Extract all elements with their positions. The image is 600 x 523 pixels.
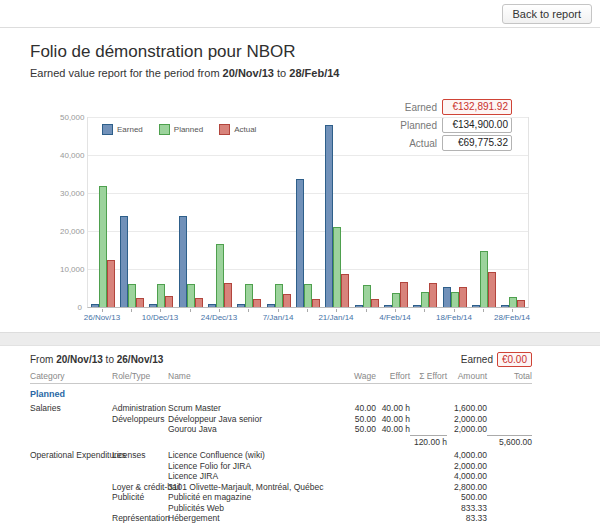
bar-earned [443,287,451,307]
period-detail-table: From 20/Nov/13 to 26/Nov/13 Earned €0.00… [0,352,532,523]
bar-planned [99,186,107,307]
bar-planned [245,284,253,307]
chart-gridline [88,155,528,156]
bar-earned [413,305,421,307]
table-cell [447,435,487,448]
col-total: Total [487,371,532,381]
x-axis-tick [307,309,308,312]
table-cell [344,461,376,472]
table-cell: 4,000.00 [447,450,487,461]
chart-gridline [88,117,528,118]
table-cell: 2,000.00 [447,424,487,435]
table-cell: Scrum Master [168,403,344,414]
bar-actual [165,296,173,307]
table-cell [112,424,168,435]
table-cell: 40.00 h [376,424,410,435]
table-cell: 5,600.00 [487,435,532,448]
table-cell [168,435,344,448]
bar-earned [208,304,216,307]
table-cell [30,471,112,482]
x-axis-tick [278,309,279,312]
legend-item-actual[interactable]: Actual [219,124,256,135]
table-cell: Licence JIRA [168,471,344,482]
table-cell: Operational Expenditures [30,450,112,461]
table-cell [410,450,447,461]
bar-actual [253,299,261,307]
table-cell [30,414,112,425]
table-cell: 40.00 [344,403,376,414]
period-to-date: 26/Nov/13 [117,354,164,365]
table-cell [487,424,532,435]
bar-actual [400,282,408,307]
section-title-planned: Planned [30,388,532,400]
period-start-date: 20/Nov/13 [223,67,274,79]
table-cell [344,471,376,482]
table-cell [410,503,447,514]
x-axis-tick-label: 21/Jan/14 [308,313,364,323]
col-sigma-effort: Σ Effort [410,371,447,381]
x-axis-tick [483,309,484,312]
table-cell: Hébergement [168,513,344,523]
subtitle-text: Earned value report for the period from [30,67,220,79]
y-axis-tick-label: 30,000 [60,189,82,198]
y-axis-tick-label: 40,000 [60,151,82,160]
table-cell [112,435,168,448]
table-cell: Salaries [30,403,112,414]
bar-earned [325,125,333,307]
table-cell: Publicités Web [168,503,344,514]
table-cell [410,482,447,493]
table-row: DéveloppeursDéveloppeur Java senior50.00… [30,414,532,425]
legend-item-planned[interactable]: Planned [159,124,203,135]
bar-earned [296,179,304,307]
table-cell: 50.00 [344,424,376,435]
table-period-label: From 20/Nov/13 to 26/Nov/13 [30,354,163,365]
chart-gridline [88,231,528,232]
table-cell [30,492,112,503]
table-cell: Publicité [112,492,168,503]
bar-earned [355,305,363,307]
section-divider [0,332,600,346]
bar-planned [216,244,224,307]
back-to-report-button[interactable]: Back to report [502,4,592,24]
col-name: Name [168,371,344,381]
table-row: Licence Folio for JIRA2,000.00 [30,461,532,472]
table-cell [487,513,532,523]
x-axis-tick [336,309,337,312]
table-cell [410,471,447,482]
page-subtitle: Earned value report for the period from … [30,67,600,79]
table-cell [487,492,532,503]
table-period-row: From 20/Nov/13 to 26/Nov/13 Earned €0.00 [30,352,532,367]
x-axis-tick [160,309,161,312]
table-cell [344,450,376,461]
col-role-type: Role/Type [112,371,168,381]
bar-earned [91,304,99,307]
chart-gridline [88,193,528,194]
table-cell [112,503,168,514]
table-row: 120.00 h5,600.00 [30,435,532,448]
x-axis-tick [102,309,103,312]
bar-earned [472,305,480,307]
bar-earned [179,216,187,307]
table-cell [376,471,410,482]
table-cell [344,513,376,523]
chart-plot [87,117,529,308]
y-axis-tick-label: 10,000 [60,265,82,274]
table-header-row: Category Role/Type Name Wage Effort Σ Ef… [30,371,532,384]
bar-planned [275,284,283,307]
y-axis-tick-label: 50,000 [60,113,82,122]
bar-planned [304,284,312,307]
x-axis-tick [512,309,513,312]
table-cell: Représentation [112,513,168,523]
table-cell [344,482,376,493]
table-cell [487,482,532,493]
legend-item-earned[interactable]: Earned [102,124,143,135]
y-axis-tick-label: 20,000 [60,227,82,236]
bar-earned [267,304,275,307]
x-axis-tick [395,309,396,312]
bar-planned [128,284,136,307]
legend-label: Earned [117,125,143,134]
table-cell [30,435,112,448]
bar-actual [312,299,320,307]
col-effort: Effort [376,371,410,381]
table-cell: Développeur Java senior [168,414,344,425]
